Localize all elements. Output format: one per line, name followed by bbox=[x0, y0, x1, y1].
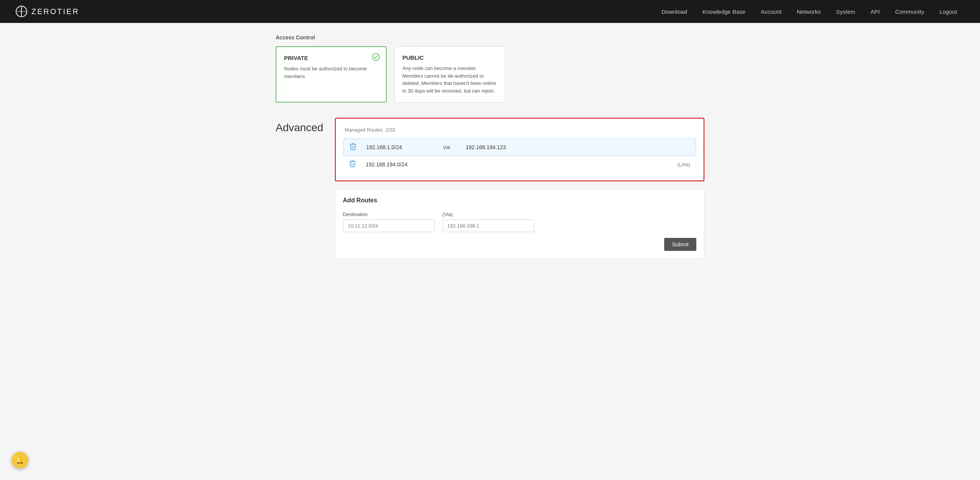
add-routes-title: Add Routes bbox=[343, 197, 696, 204]
route-2-ip: 192.168.194.0/24 bbox=[366, 161, 427, 168]
private-card-title: PRIVATE bbox=[284, 55, 378, 61]
route-row-2: 192.168.194.0/24 (LAN) bbox=[343, 156, 696, 173]
advanced-label: Advanced bbox=[276, 118, 323, 134]
route-1-ip: 192.168.1.0/24 bbox=[366, 144, 428, 150]
advanced-content: Managed Routes 2/32 192.168.1.0/24 via 1… bbox=[335, 118, 704, 259]
delete-route-2-icon[interactable] bbox=[349, 160, 358, 169]
main-content: Access Control PRIVATE Nodes must be aut… bbox=[260, 23, 720, 270]
brand: ZEROTIER bbox=[15, 5, 79, 18]
nav-networks[interactable]: Networks bbox=[789, 0, 829, 23]
destination-group: Destination bbox=[343, 212, 435, 232]
route-row-1: 192.168.1.0/24 via 192.168.194.123 bbox=[343, 138, 696, 156]
nav-download[interactable]: Download bbox=[654, 0, 695, 23]
route-2-target: (LAN) bbox=[677, 162, 690, 168]
check-circle-icon bbox=[372, 53, 380, 61]
managed-routes-box: Managed Routes 2/32 192.168.1.0/24 via 1… bbox=[335, 118, 704, 181]
nav-community[interactable]: Community bbox=[887, 0, 932, 23]
submit-button[interactable]: Submit bbox=[664, 238, 696, 251]
route-1-target: 192.168.194.123 bbox=[466, 144, 506, 150]
svg-point-3 bbox=[372, 54, 379, 60]
add-routes-form: Destination (Via) Submit bbox=[343, 212, 696, 251]
brand-name: ZEROTIER bbox=[31, 7, 79, 16]
nav-account[interactable]: Account bbox=[753, 0, 789, 23]
nav-logout[interactable]: Logout bbox=[932, 0, 965, 23]
destination-input[interactable] bbox=[343, 220, 435, 232]
destination-label: Destination bbox=[343, 212, 435, 217]
public-card[interactable]: PUBLIC Any node can become a member. Mem… bbox=[394, 46, 505, 103]
nav-api[interactable]: API bbox=[863, 0, 887, 23]
delete-route-1-icon[interactable] bbox=[350, 143, 359, 152]
private-card-desc: Nodes must be authorized to become membe… bbox=[284, 65, 378, 80]
via-input[interactable] bbox=[443, 220, 534, 232]
add-routes-section: Add Routes Destination (Via) Submit bbox=[335, 189, 704, 259]
navbar: ZEROTIER Download Knowledge Base Account… bbox=[0, 0, 980, 23]
public-card-desc: Any node can become a member. Members ca… bbox=[402, 65, 497, 94]
nav-knowledge-base[interactable]: Knowledge Base bbox=[695, 0, 753, 23]
access-control-cards: PRIVATE Nodes must be authorized to beco… bbox=[276, 46, 704, 103]
private-card[interactable]: PRIVATE Nodes must be authorized to beco… bbox=[276, 46, 387, 103]
access-control-section: Access Control PRIVATE Nodes must be aut… bbox=[276, 34, 704, 103]
public-card-title: PUBLIC bbox=[402, 54, 497, 61]
via-label: (Via) bbox=[443, 212, 534, 217]
zerotier-logo-icon bbox=[15, 5, 28, 18]
navbar-links: Download Knowledge Base Account Networks… bbox=[654, 0, 965, 23]
access-control-title: Access Control bbox=[276, 34, 704, 41]
via-group: (Via) bbox=[443, 212, 534, 232]
managed-routes-header: Managed Routes 2/32 bbox=[343, 126, 696, 133]
nav-system[interactable]: System bbox=[828, 0, 863, 23]
form-row: Destination (Via) bbox=[343, 212, 696, 232]
route-1-via: via bbox=[435, 144, 458, 150]
advanced-section: Advanced Managed Routes 2/32 192.168.1.0… bbox=[276, 118, 704, 259]
